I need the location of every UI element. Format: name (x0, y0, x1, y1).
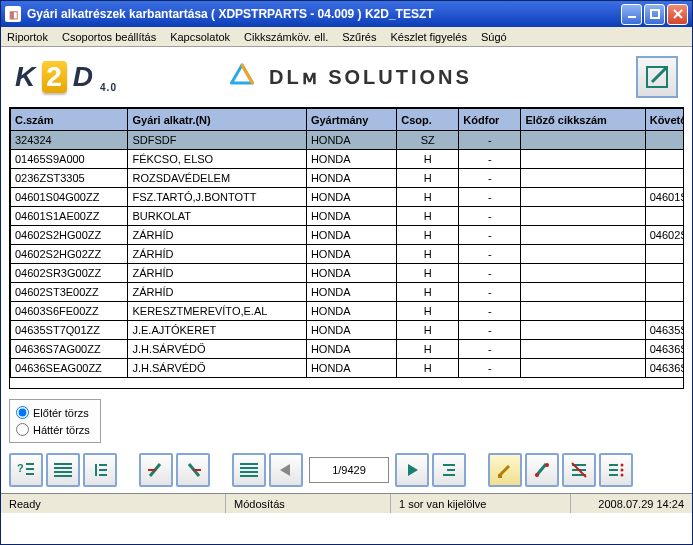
table-cell[interactable]: 04636S7AG01ZZ (645, 340, 683, 359)
radio-hatter-torzs[interactable]: Háttér törzs (16, 421, 94, 438)
table-cell[interactable]: HONDA (306, 264, 396, 283)
table-cell[interactable]: 04635ST7Q01ZZ (11, 321, 128, 340)
table-cell[interactable] (645, 131, 683, 150)
table-cell[interactable]: - (459, 264, 521, 283)
col-gyartmany[interactable]: Gyártmány (306, 109, 396, 131)
table-cell[interactable]: - (459, 340, 521, 359)
table-cell[interactable]: H (397, 321, 459, 340)
table-cell[interactable]: 04602SR3G00ZZ (11, 264, 128, 283)
table-cell[interactable] (645, 150, 683, 169)
table-cell[interactable]: HONDA (306, 245, 396, 264)
table-cell[interactable]: HONDA (306, 131, 396, 150)
col-csop[interactable]: Csop. (397, 109, 459, 131)
table-cell[interactable]: FÉKCSO, ELSO (128, 150, 306, 169)
menu-csoportos-beallitas[interactable]: Csoportos beállítás (62, 31, 156, 43)
table-cell[interactable] (645, 169, 683, 188)
table-cell[interactable]: H (397, 226, 459, 245)
table-cell[interactable]: - (459, 359, 521, 378)
table-cell[interactable]: ZÁRHÍD (128, 264, 306, 283)
table-cell[interactable]: 0236ZST3305 (11, 169, 128, 188)
table-cell[interactable] (521, 321, 645, 340)
tb-cut-left[interactable] (139, 453, 173, 487)
table-cell[interactable]: J.E.AJTÓKERET (128, 321, 306, 340)
table-row[interactable]: 04603S6FE00ZZKERESZTMEREVÍTO,E.ALHONDAH- (11, 302, 684, 321)
table-cell[interactable]: - (459, 321, 521, 340)
table-cell[interactable] (521, 359, 645, 378)
table-cell[interactable]: H (397, 188, 459, 207)
table-cell[interactable]: H (397, 264, 459, 283)
table-cell[interactable] (521, 226, 645, 245)
table-cell[interactable]: - (459, 207, 521, 226)
table-cell[interactable]: - (459, 245, 521, 264)
table-cell[interactable]: 04602S2HG02ZZ (645, 226, 683, 245)
table-cell[interactable]: 04635ST7A01ZZ (645, 321, 683, 340)
col-kodfor[interactable]: Kódfor (459, 109, 521, 131)
table-cell[interactable]: J.H.SÁRVÉDŐ (128, 359, 306, 378)
table-cell[interactable]: 04601S04G00ZZ (11, 188, 128, 207)
maximize-button[interactable] (644, 4, 665, 25)
table-scroll[interactable]: C.szám Gyári alkatr.(N) Gyártmány Csop. … (10, 108, 683, 388)
table-row[interactable]: 0236ZST3305ROZSDAVÉDELEMHONDAH- (11, 169, 684, 188)
tb-link-cut[interactable] (525, 453, 559, 487)
tb-question-list[interactable]: ? (9, 453, 43, 487)
tb-align-right[interactable] (432, 453, 466, 487)
menu-riportok[interactable]: Riportok (7, 31, 48, 43)
tb-cut-right[interactable] (176, 453, 210, 487)
table-cell[interactable] (645, 207, 683, 226)
table-cell[interactable]: FSZ.TARTÓ,J.BONTOTT (128, 188, 306, 207)
table-cell[interactable]: HONDA (306, 150, 396, 169)
table-cell[interactable]: - (459, 283, 521, 302)
table-cell[interactable]: 04602S2HG02ZZ (11, 245, 128, 264)
table-cell[interactable] (645, 245, 683, 264)
table-cell[interactable]: SDFSDF (128, 131, 306, 150)
table-cell[interactable] (521, 150, 645, 169)
tb-list-lines[interactable] (46, 453, 80, 487)
table-cell[interactable]: - (459, 188, 521, 207)
table-cell[interactable] (521, 188, 645, 207)
col-elozo-cikkszam[interactable]: Előző cikkszám (521, 109, 645, 131)
radio-hatter-torzs-input[interactable] (16, 423, 29, 436)
menu-kapcsolatok[interactable]: Kapcsolatok (170, 31, 230, 43)
table-cell[interactable]: H (397, 245, 459, 264)
table-cell[interactable]: 04601S1AE00ZZ (11, 207, 128, 226)
table-cell[interactable] (521, 302, 645, 321)
table-row[interactable]: 324324SDFSDFHONDASZ- (11, 131, 684, 150)
menu-keszlet-figyeles[interactable]: Készlet figyelés (390, 31, 466, 43)
table-cell[interactable]: ZÁRHÍD (128, 226, 306, 245)
table-cell[interactable]: - (459, 302, 521, 321)
table-cell[interactable]: HONDA (306, 359, 396, 378)
table-cell[interactable]: SZ (397, 131, 459, 150)
table-row[interactable]: 04636S7AG00ZZJ.H.SÁRVÉDŐHONDAH-04636S7AG… (11, 340, 684, 359)
tb-list-strike[interactable] (562, 453, 596, 487)
table-cell[interactable]: H (397, 302, 459, 321)
table-cell[interactable]: HONDA (306, 321, 396, 340)
table-cell[interactable]: - (459, 226, 521, 245)
table-cell[interactable]: - (459, 150, 521, 169)
table-cell[interactable]: H (397, 169, 459, 188)
table-row[interactable]: 04635ST7Q01ZZJ.E.AJTÓKERETHONDAH-04635ST… (11, 321, 684, 340)
table-cell[interactable]: 04636SEAG01Z (645, 359, 683, 378)
tb-nav-next[interactable] (395, 453, 429, 487)
table-row[interactable]: 04602ST3E00ZZZÁRHÍDHONDAH- (11, 283, 684, 302)
radio-eloter-torzs[interactable]: Előtér törzs (16, 404, 94, 421)
table-cell[interactable] (645, 283, 683, 302)
table-row[interactable]: 01465S9A000FÉKCSO, ELSOHONDAH- (11, 150, 684, 169)
table-cell[interactable]: HONDA (306, 226, 396, 245)
table-row[interactable]: 04602S2HG00ZZZÁRHÍDHONDAH-04602S2HG02ZZ (11, 226, 684, 245)
table-cell[interactable]: ZÁRHÍD (128, 283, 306, 302)
tb-list-narrow[interactable] (83, 453, 117, 487)
col-gyari-alkatr[interactable]: Gyári alkatr.(N) (128, 109, 306, 131)
menu-sugo[interactable]: Súgó (481, 31, 507, 43)
table-cell[interactable]: BURKOLAT (128, 207, 306, 226)
table-cell[interactable]: 01465S9A000 (11, 150, 128, 169)
header-edit-button[interactable] (636, 56, 678, 98)
menu-cikkszamkov-ell[interactable]: Cikkszámköv. ell. (244, 31, 328, 43)
table-row[interactable]: 04636SEAG00ZZJ.H.SÁRVÉDŐHONDAH-04636SEAG… (11, 359, 684, 378)
table-row[interactable]: 04602S2HG02ZZZÁRHÍDHONDAH- (11, 245, 684, 264)
table-cell[interactable] (521, 283, 645, 302)
table-cell[interactable] (645, 302, 683, 321)
table-row[interactable]: 04602SR3G00ZZZÁRHÍDHONDAH- (11, 264, 684, 283)
table-cell[interactable]: 04602S2HG00ZZ (11, 226, 128, 245)
radio-eloter-torzs-input[interactable] (16, 406, 29, 419)
table-cell[interactable]: HONDA (306, 207, 396, 226)
